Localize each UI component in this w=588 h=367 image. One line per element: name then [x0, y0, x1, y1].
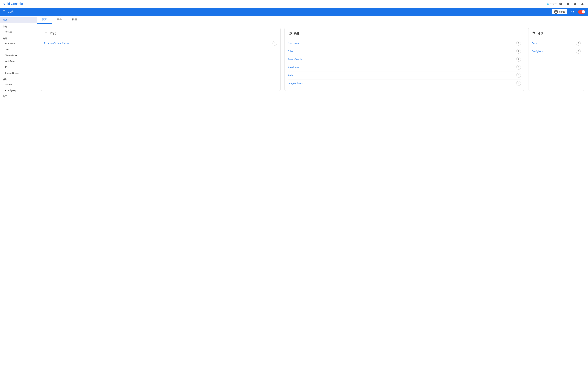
- sidebar-item-job[interactable]: Job: [0, 47, 37, 52]
- pvc-link[interactable]: PersistentVolumeClaims: [44, 42, 69, 45]
- jobs-count: 2: [516, 49, 521, 54]
- aux-card-title: 辅助: [538, 32, 544, 35]
- toggle-knob: [582, 10, 585, 13]
- grid-button[interactable]: [565, 1, 571, 7]
- configmap-link[interactable]: ConfigMap: [532, 50, 543, 53]
- build-row-notebooks: Notebooks 1: [288, 39, 521, 47]
- tab-events[interactable]: 事件: [52, 16, 67, 24]
- tab-quota[interactable]: 配额: [67, 16, 82, 24]
- aux-card: 辅助 Secret 0 ConfigMap 6: [528, 28, 584, 91]
- autotunes-link[interactable]: AutoTunes: [288, 66, 299, 69]
- sidebar-item-autotune[interactable]: AutoTune: [0, 58, 37, 64]
- sidebar-item-tensorboard[interactable]: TensorBoard: [0, 52, 37, 58]
- autotunes-count: 0: [516, 65, 521, 70]
- help-button[interactable]: [558, 1, 564, 7]
- demo-selector[interactable]: demo: [552, 9, 567, 14]
- notifications-button[interactable]: [572, 1, 578, 7]
- sidebar-item-pod[interactable]: Pod: [0, 64, 37, 70]
- build-card-header: 构建: [288, 31, 521, 36]
- tensorboards-count: 2: [516, 57, 521, 62]
- hamburger-button[interactable]: ☰: [3, 10, 6, 14]
- app-title: Build Console: [3, 2, 547, 6]
- secret-count: 0: [576, 41, 581, 46]
- pvc-count: 1: [273, 41, 277, 46]
- imagebuilders-link[interactable]: ImageBuilders: [288, 82, 303, 85]
- sidebar-item-notebook[interactable]: Notebook: [0, 41, 37, 47]
- aux-row-configmap: ConfigMap 6: [532, 47, 581, 55]
- build-card-title: 构建: [294, 32, 300, 35]
- sidebar-section-build: 构建: [0, 35, 37, 41]
- sidebar-item-persistent-volume[interactable]: 持久卷: [0, 29, 37, 35]
- demo-avatar: [554, 10, 558, 14]
- sidebar: 总览 存储 持久卷 构建 Notebook Job TensorBoard Au…: [0, 16, 37, 367]
- sidebar-item-about[interactable]: 关于: [0, 93, 37, 100]
- build-row-pods: Pods 3: [288, 71, 521, 79]
- aux-card-header: 辅助: [532, 31, 581, 36]
- account-button[interactable]: [579, 1, 585, 7]
- notebooks-link[interactable]: Notebooks: [288, 42, 299, 45]
- app-bar: Build Console 🌐 中文 ▾: [0, 0, 588, 8]
- aux-row-secret: Secret 0: [532, 39, 581, 47]
- main-content: 资源 事件 配额 存储: [37, 16, 588, 367]
- cards-area: 存储 PersistentVolumeClaims 1 构建: [37, 24, 588, 95]
- pods-link[interactable]: Pods: [288, 74, 293, 77]
- build-card: 构建 Notebooks 1 Jobs 2 TensorBoards 2 Aut…: [285, 28, 524, 91]
- tensorboards-link[interactable]: TensorBoards: [288, 58, 302, 61]
- sidebar-item-overview[interactable]: 总览: [0, 17, 37, 23]
- refresh-button[interactable]: [570, 9, 576, 15]
- aux-icon: [532, 31, 536, 36]
- build-row-tensorboards: TensorBoards 2: [288, 55, 521, 63]
- sidebar-section-aux: 辅助: [0, 76, 37, 82]
- storage-row-pvc: PersistentVolumeClaims 1: [44, 39, 277, 47]
- app-bar-actions: 🌐 中文 ▾: [547, 1, 585, 7]
- build-icon: [288, 31, 292, 36]
- demo-label: demo: [559, 10, 565, 13]
- jobs-link[interactable]: Jobs: [288, 50, 293, 53]
- page-title: 总览: [8, 10, 552, 14]
- sidebar-item-secret[interactable]: Secret: [0, 82, 37, 87]
- storage-icon: [44, 31, 48, 36]
- secret-link[interactable]: Secret: [532, 42, 538, 45]
- storage-card-header: 存储: [44, 31, 277, 36]
- main-layout: 总览 存储 持久卷 构建 Notebook Job TensorBoard Au…: [0, 16, 588, 367]
- translate-icon: 🌐: [547, 3, 549, 5]
- lang-selector[interactable]: 🌐 中文 ▾: [547, 2, 556, 5]
- tab-resources[interactable]: 资源: [37, 16, 52, 24]
- storage-card-title: 存储: [50, 32, 56, 35]
- lang-label: 中文: [550, 2, 555, 5]
- toggle-switch[interactable]: [578, 10, 585, 14]
- build-row-jobs: Jobs 2: [288, 47, 521, 55]
- sidebar-section-storage: 存储: [0, 23, 37, 29]
- storage-card: 存储 PersistentVolumeClaims 1: [41, 28, 281, 91]
- sidebar-item-image-builder[interactable]: Image Builder: [0, 70, 37, 76]
- secondary-bar: ☰ 总览 demo: [0, 8, 588, 16]
- build-row-autotunes: AutoTunes 0: [288, 63, 521, 71]
- chevron-down-icon: ▾: [555, 3, 556, 5]
- configmap-count: 6: [576, 49, 581, 54]
- sidebar-item-configmap[interactable]: ConfigMap: [0, 87, 37, 93]
- svg-point-0: [555, 11, 556, 12]
- pods-count: 3: [516, 73, 521, 78]
- build-row-imagebuilders: ImageBuilders 0: [288, 79, 521, 87]
- notebooks-count: 1: [516, 41, 521, 46]
- imagebuilders-count: 0: [516, 81, 521, 86]
- tabs-bar: 资源 事件 配额: [37, 16, 588, 24]
